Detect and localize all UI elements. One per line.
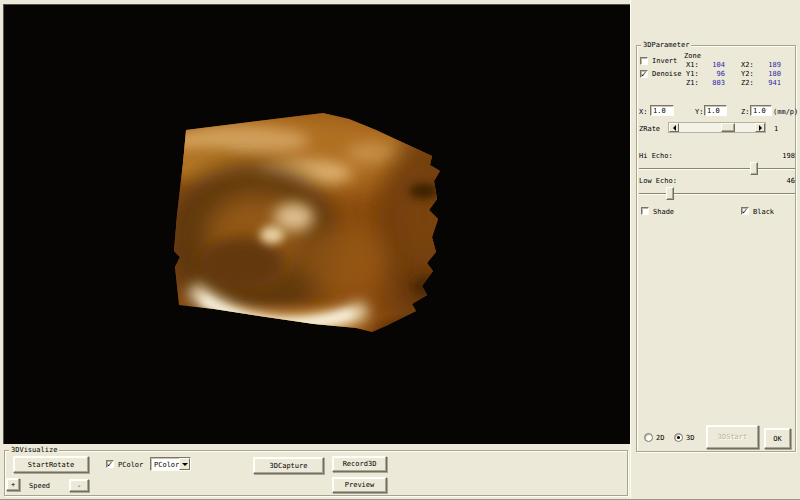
zone-y2-label: Y2:	[741, 70, 754, 78]
low-echo-slider-track[interactable]	[639, 193, 795, 195]
zone-y2-value: 180	[755, 70, 781, 78]
mode-2d-label: 2D	[656, 434, 664, 442]
y-scale-label: Y:	[695, 108, 703, 116]
denoise-checkbox[interactable]	[640, 70, 648, 78]
zone-label: Zone	[684, 52, 701, 60]
capture-button[interactable]: 3DCapture	[253, 457, 324, 474]
low-echo-value: 46	[757, 177, 795, 185]
zrate-value: 1	[774, 125, 778, 133]
record-button[interactable]: Record3D	[332, 456, 387, 472]
shade-label: Shade	[653, 208, 674, 216]
visualize-groupbox: 3DVisualize StartRotate + Speed - PColor…	[4, 450, 628, 496]
visualize-group-title: 3DVisualize	[9, 446, 59, 454]
y-scale-input[interactable]	[704, 105, 727, 116]
zone-y1-value: 96	[699, 70, 725, 78]
zrate-scroll-left-button[interactable]	[669, 123, 679, 132]
start-rotate-button[interactable]: StartRotate	[13, 456, 89, 473]
black-label: Black	[753, 208, 774, 216]
hi-echo-value: 198	[757, 152, 795, 160]
zrate-scroll-right-button[interactable]	[755, 123, 765, 132]
invert-label: Invert	[652, 57, 677, 65]
zrate-scrollbar[interactable]	[668, 122, 766, 133]
parameter-groupbox: 3DParameter Invert Denoise Zone X1: 104 …	[636, 45, 796, 452]
zone-z1-value: 803	[699, 79, 725, 87]
x-scale-label: X:	[639, 108, 647, 116]
denoise-label: Denoise	[652, 70, 682, 78]
pcolor-checkbox-label: PColor	[118, 461, 143, 469]
speed-minus-button[interactable]: -	[69, 479, 89, 492]
hi-echo-slider-thumb[interactable]	[750, 162, 758, 175]
mode-2d-radio[interactable]	[644, 433, 653, 442]
low-echo-slider-thumb[interactable]	[666, 187, 674, 200]
mode-3d-label: 3D	[686, 434, 694, 442]
invert-checkbox[interactable]	[640, 57, 648, 65]
zone-x2-value: 189	[755, 61, 781, 69]
zone-x2-label: X2:	[741, 61, 754, 69]
hi-echo-label: Hi Echo:	[639, 152, 673, 160]
speed-plus-button[interactable]: +	[6, 478, 20, 491]
shade-checkbox[interactable]	[641, 207, 649, 215]
speed-label: Speed	[29, 482, 50, 490]
parameter-panel: 3DParameter Invert Denoise Zone X1: 104 …	[630, 0, 800, 500]
pcolor-dropdown-button[interactable]	[179, 458, 190, 470]
hi-echo-slider-track[interactable]	[639, 168, 795, 170]
zone-z2-value: 941	[755, 79, 781, 87]
zone-x1-label: X1:	[686, 61, 699, 69]
pcolor-dropdown-value: PColor	[154, 461, 179, 469]
x-scale-input[interactable]	[650, 105, 674, 116]
zrate-scroll-thumb[interactable]	[721, 123, 735, 132]
ultrasound-viewport[interactable]	[3, 4, 630, 444]
pcolor-checkbox[interactable]	[106, 460, 114, 468]
parameter-group-title: 3DParameter	[641, 41, 691, 49]
ultrasound-render	[4, 5, 631, 445]
black-checkbox[interactable]	[741, 207, 749, 215]
zone-z1-label: Z1:	[686, 79, 699, 87]
app-window: 3DParameter Invert Denoise Zone X1: 104 …	[0, 0, 800, 500]
chevron-down-icon	[182, 463, 188, 466]
scale-unit-label: (mm/p)	[773, 108, 798, 116]
arrow-right-icon	[759, 125, 762, 131]
z-scale-label: Z:	[741, 108, 749, 116]
preview-button[interactable]: Preview	[332, 477, 387, 493]
low-echo-label: Low Echo:	[639, 177, 677, 185]
pcolor-dropdown[interactable]: PColor	[150, 457, 191, 471]
start3d-button[interactable]: 3DStart	[706, 425, 759, 449]
z-scale-input[interactable]	[750, 105, 772, 116]
zone-x1-value: 104	[699, 61, 725, 69]
mode-3d-radio[interactable]	[674, 433, 683, 442]
zrate-label: ZRate	[639, 125, 660, 133]
zone-z2-label: Z2:	[741, 79, 754, 87]
arrow-left-icon	[673, 125, 676, 131]
ok-button[interactable]: OK	[764, 428, 791, 449]
zone-y1-label: Y1:	[686, 70, 699, 78]
